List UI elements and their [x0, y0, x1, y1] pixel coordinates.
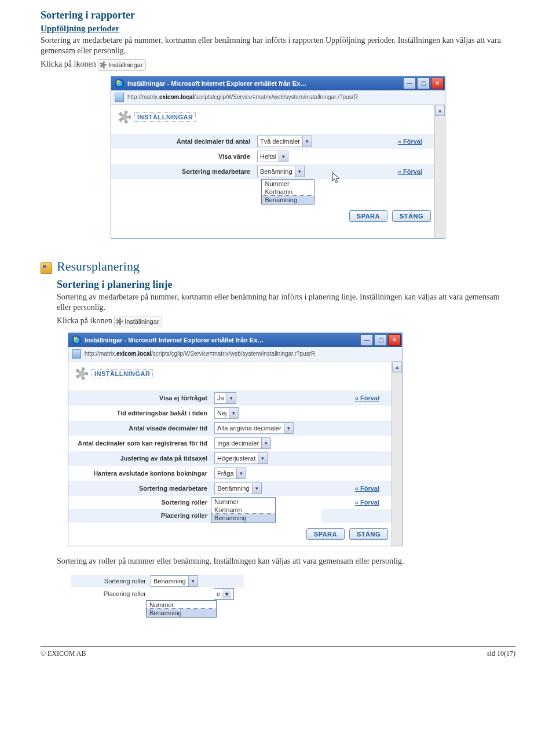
- setting-label: Antal decimaler som kan registreras för …: [68, 436, 211, 451]
- installningar-badge[interactable]: Inställningar: [114, 316, 162, 327]
- ie-addressbar: http://matrix.exicom.local/scripts/cgiip…: [111, 90, 445, 105]
- settings-title: INSTÄLLNINGAR: [92, 369, 153, 378]
- forval-link[interactable]: « Förval: [355, 395, 379, 401]
- settings-header: INSTÄLLNINGAR: [68, 361, 402, 384]
- close-app-button[interactable]: STÄNG: [349, 528, 388, 540]
- resursplanering-heading: Resursplanering: [57, 259, 515, 274]
- ie-icon: [115, 79, 124, 88]
- resursplanering-icon: [41, 262, 52, 274]
- gear-icon: [118, 111, 131, 123]
- chevron-down-icon: ▾: [279, 151, 288, 162]
- sortering-roller-dropdown[interactable]: Nummer Kortnamn Benämning: [211, 497, 276, 523]
- forval-link[interactable]: « Förval: [355, 499, 379, 506]
- forval-link[interactable]: « Förval: [398, 168, 422, 175]
- mini-label: Sortering roller: [71, 578, 151, 585]
- chevron-down-icon: ▾: [188, 576, 197, 586]
- setting-label: Antal visade decimaler tid: [68, 421, 211, 436]
- maximize-button[interactable]: ▢: [374, 334, 387, 346]
- select-visade-dec[interactable]: Alla angivna decimaler▾: [214, 422, 294, 434]
- setting-label: Tid editeringsbar bakåt i tiden: [68, 406, 211, 421]
- dropdown-option[interactable]: Nummer: [147, 601, 216, 609]
- save-button[interactable]: SPARA: [349, 210, 387, 222]
- page-icon: [115, 93, 124, 102]
- setting-label: Sortering roller: [68, 496, 211, 509]
- setting-label: Visa värde: [111, 149, 254, 164]
- select-reg-dec[interactable]: Inga decimaler▾: [214, 437, 271, 449]
- section1-heading: Sortering i rapporter: [41, 9, 515, 21]
- settings-title: INSTÄLLNINGAR: [134, 112, 196, 122]
- setting-label: Sortering medarbetare: [68, 481, 211, 496]
- chevron-down-icon: ▾: [258, 453, 267, 463]
- close-button[interactable]: ✕: [431, 78, 444, 89]
- chevron-down-icon: ▾: [284, 423, 293, 433]
- page-footer: © EXICOM AB sid 10(17): [41, 647, 515, 658]
- ie-title-text: Inställningar - Microsoft Internet Explo…: [127, 80, 400, 87]
- select-sortering-medarbetare[interactable]: Benämning▾: [257, 166, 305, 177]
- settings-row: Visa värde Heltal▾: [111, 149, 435, 164]
- select-hantera[interactable]: Fråga▾: [214, 468, 246, 479]
- settings-row: Antal decimaler tid antal Två decimaler▾…: [111, 134, 435, 149]
- gear-icon: [75, 367, 88, 380]
- ie-addressbar: http://matrix.exicom.local/scripts/cgiip…: [68, 347, 402, 361]
- chevron-down-icon: ▾: [229, 408, 238, 418]
- dropdown-option[interactable]: Benämning: [211, 514, 275, 522]
- chevron-down-icon: ▾: [295, 166, 304, 177]
- select-decimals[interactable]: Två decimaler▾: [257, 136, 312, 147]
- dropdown-option[interactable]: Nummer: [211, 498, 275, 506]
- close-app-button[interactable]: STÄNG: [392, 210, 431, 222]
- setting-label: Antal decimaler tid antal: [111, 134, 254, 149]
- dropdown-option[interactable]: Kortnamn: [211, 506, 275, 514]
- chevron-down-icon: ▾: [261, 438, 270, 448]
- select-sortering-med[interactable]: Benämning▾: [214, 483, 262, 494]
- select-justering[interactable]: Högerjusterat▾: [214, 452, 268, 464]
- section2-heading: Sortering i planering linje: [57, 279, 515, 291]
- dropdown-option[interactable]: Nummer: [262, 180, 314, 188]
- section1-klicka: Klicka på ikonen Inställningar: [41, 59, 515, 71]
- ie-titlebar: Inställningar - Microsoft Internet Explo…: [68, 333, 402, 347]
- section1-subheading: Uppföljning perioder: [41, 24, 515, 34]
- ie-titlebar: Inställningar - Microsoft Internet Explo…: [111, 76, 445, 90]
- save-button[interactable]: SPARA: [306, 528, 345, 540]
- chevron-down-icon: ▾: [236, 468, 246, 479]
- minimize-button[interactable]: —: [403, 78, 416, 89]
- section3-paragraph: Sortering av roller på nummer eller benä…: [57, 556, 515, 567]
- close-button[interactable]: ✕: [388, 334, 401, 346]
- chevron-down-icon: ▾: [222, 589, 231, 598]
- chevron-down-icon: ▾: [302, 136, 312, 147]
- dropdown-option[interactable]: Benämning: [147, 609, 216, 617]
- placering-dropdown-options[interactable]: Nummer Benämning: [146, 600, 217, 618]
- installningar-badge[interactable]: Inställningar: [98, 59, 146, 71]
- footer-right: sid 10(17): [487, 649, 515, 658]
- gear-icon: [100, 61, 107, 68]
- sortering-dropdown-options[interactable]: Nummer Kortnamn Benämning: [261, 179, 314, 204]
- maximize-button[interactable]: ▢: [417, 78, 430, 89]
- settings-table: Antal decimaler tid antal Två decimaler▾…: [111, 134, 435, 179]
- ie-icon: [72, 335, 81, 345]
- chevron-down-icon: ▾: [252, 483, 261, 494]
- scrollbar[interactable]: ▴: [392, 361, 402, 546]
- scroll-up-button[interactable]: ▴: [392, 361, 402, 372]
- settings-row: Sortering medarbetare Benämning▾ « Förva…: [111, 164, 435, 179]
- forval-link[interactable]: « Förval: [355, 485, 379, 492]
- select-sortering-roller[interactable]: Benämning▾: [151, 575, 198, 587]
- select-visa-varde[interactable]: Heltal▾: [257, 151, 288, 162]
- scrollbar[interactable]: ▴: [434, 105, 445, 238]
- select-placering-tail[interactable]: e ▾: [214, 588, 234, 600]
- setting-label: Placering roller: [68, 509, 211, 523]
- setting-label: Hantera avslutade kontons bokningar: [68, 466, 211, 481]
- scroll-up-button[interactable]: ▴: [435, 105, 445, 116]
- address-text: http://matrix.exicom.local/scripts/cgiip…: [127, 94, 358, 100]
- select-tid-edit[interactable]: Nej▾: [214, 407, 239, 419]
- setting-label: Justering av data på tidsaxel: [68, 451, 211, 466]
- setting-label: Sortering medarbetare: [111, 164, 254, 179]
- dropdown-option[interactable]: Benämning: [262, 196, 314, 204]
- forval-link[interactable]: « Förval: [398, 138, 422, 145]
- footer-left: © EXICOM AB: [41, 649, 86, 658]
- section1-paragraph: Sortering av medarbetare på nummer, kort…: [41, 35, 515, 57]
- ie-popup-2: Inställningar - Microsoft Internet Explo…: [68, 333, 402, 546]
- dropdown-option[interactable]: Kortnamn: [262, 188, 314, 196]
- select-visa-ej[interactable]: Ja▾: [214, 392, 236, 404]
- minimize-button[interactable]: —: [360, 334, 373, 346]
- settings-table: Visa ej förfrågat Ja▾ « Förval Tid edite…: [68, 390, 392, 523]
- section2-paragraph: Sortering av medarbetare på nummer, kort…: [57, 292, 515, 313]
